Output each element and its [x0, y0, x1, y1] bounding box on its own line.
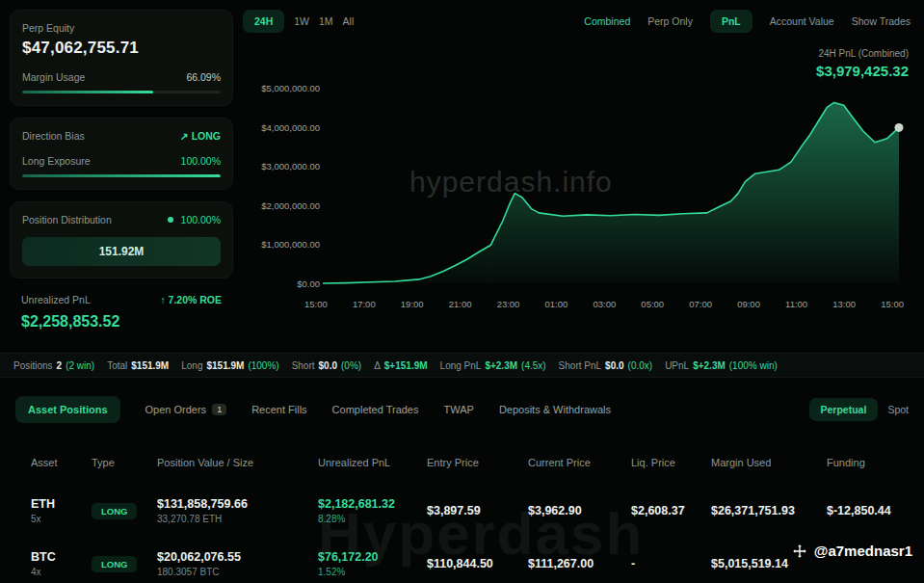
stat-label: Positions — [13, 360, 53, 371]
table-row-btc[interactable]: BTC 4x LONG $20,062,076.55 180.3057 BTC … — [0, 537, 924, 583]
range-24h-button[interactable]: 24H — [243, 10, 284, 33]
current-price: $111,267.00 — [528, 557, 631, 570]
col-type: Type — [92, 457, 157, 468]
positions-table: Asset Type Position Value / Size Unreali… — [0, 441, 924, 583]
position-value: $20,062,076.55 — [157, 550, 318, 564]
unrealized-pnl: $2,182,681.32 — [318, 497, 427, 511]
asset-symbol: ETH — [31, 497, 92, 511]
account-value-button[interactable]: Account Value — [770, 15, 834, 27]
perp-equity-value: $47,062,755.71 — [22, 39, 221, 58]
x-tick: 01:00 — [545, 299, 568, 309]
x-tick: 07:00 — [689, 299, 712, 309]
tab-open-orders[interactable]: Open Orders 1 — [145, 404, 227, 415]
distribution-dot-icon — [168, 217, 173, 223]
unrealized-pnl-label: Unrealized PnL — [21, 294, 91, 305]
table-row-eth[interactable]: ETH 5x LONG $131,858,759.66 33,270.78 ET… — [0, 484, 924, 537]
entry-price: $3,897.59 — [427, 504, 528, 517]
direction-bias-card: Direction Bias ↗ LONG Long Exposure 100.… — [10, 118, 233, 190]
range-1m-button[interactable]: 1M — [319, 15, 333, 27]
stat-label: Total — [107, 360, 127, 371]
x-tick: 19:00 — [401, 299, 424, 309]
stat-label: Short — [292, 360, 315, 371]
tab-twap[interactable]: TWAP — [444, 404, 474, 415]
x-tick: 11:00 — [785, 299, 807, 309]
stat-extra: (100%) — [248, 360, 278, 371]
long-exposure-value: 100.00% — [181, 155, 221, 167]
stat-label: Δ — [374, 360, 381, 371]
range-1w-button[interactable]: 1W — [294, 15, 309, 27]
tab-recent-fills[interactable]: Recent Fills — [251, 404, 306, 415]
tab-asset-positions[interactable]: Asset Positions — [15, 396, 120, 423]
position-type-badge: LONG — [92, 503, 137, 519]
stat-extra: (4.5x) — [521, 360, 546, 371]
stat-value: $+151.9M — [384, 360, 428, 371]
x-tick: 05:00 — [641, 299, 664, 309]
spot-toggle[interactable]: Spot — [887, 404, 909, 415]
y-tick: $4,000,000.00 — [241, 122, 320, 133]
stat-value: $151.9M — [131, 360, 169, 371]
x-tick: 15:00 — [304, 299, 328, 309]
position-type-badge: LONG — [92, 556, 137, 572]
col-current-price: Current Price — [528, 457, 631, 468]
col-funding: Funding — [827, 457, 914, 468]
open-orders-count-badge: 1 — [212, 404, 226, 415]
stat-label: Long — [181, 360, 202, 371]
pnl-area-chart[interactable] — [323, 81, 906, 285]
y-tick: $2,000,000.00 — [241, 200, 320, 211]
y-tick: $1,000,000.00 — [241, 239, 320, 250]
position-size: 180.3057 BTC — [157, 567, 318, 577]
col-position-value: Position Value / Size — [157, 457, 318, 468]
perp-equity-label: Perp Equity — [22, 22, 221, 34]
direction-bias-value: LONG — [192, 130, 221, 142]
stat-value: $0.0 — [605, 360, 623, 371]
asset-leverage: 4x — [31, 567, 92, 577]
combined-button[interactable]: Combined — [584, 15, 630, 27]
unrealized-pnl-pct: 8.28% — [318, 514, 427, 524]
pnl-summary: 24H PnL (Combined) $3,979,425.32 — [816, 48, 909, 79]
unrealized-pnl-block: Unrealized PnL ↑ 7.20% ROE $2,258,853.52 — [10, 290, 233, 331]
y-tick: $3,000,000.00 — [241, 161, 320, 172]
perp-only-button[interactable]: Perp Only — [647, 15, 693, 27]
pnl-view-button[interactable]: PnL — [710, 10, 752, 33]
tab-completed-trades[interactable]: Completed Trades — [332, 404, 419, 415]
margin-usage-label: Margin Usage — [22, 71, 85, 83]
funding: $-12,850.44 — [827, 504, 914, 517]
author-watermark: @a7mednasr1 — [792, 543, 912, 559]
perpetual-toggle[interactable]: Perpetual — [809, 398, 879, 421]
stat-extra: (0.0x) — [628, 360, 653, 371]
position-value: $131,858,759.66 — [157, 497, 318, 511]
stat-extra: (2 win) — [66, 360, 94, 371]
stat-value: $+2.3M — [485, 360, 517, 371]
sidebar: Perp Equity $47,062,755.71 Margin Usage … — [10, 10, 233, 331]
chart-end-marker — [895, 123, 904, 132]
stat-value: $+2.3M — [693, 360, 726, 371]
position-distribution-label: Position Distribution — [22, 214, 112, 225]
stat-label: UPnL — [665, 360, 689, 371]
x-tick: 21:00 — [449, 299, 472, 309]
chart-toolbar: Combined Perp Only PnL Account Value Sho… — [584, 10, 911, 33]
direction-bias-label: Direction Bias — [22, 130, 85, 142]
unrealized-pnl-pct: 1.52% — [318, 567, 427, 577]
unrealized-pnl: $76,172.20 — [318, 550, 427, 564]
position-distribution-value: 100.00% — [181, 214, 221, 225]
author-handle: @a7mednasr1 — [814, 543, 912, 559]
x-tick: 09:00 — [737, 299, 760, 309]
y-tick: $0.00 — [241, 278, 320, 289]
unrealized-pnl-value: $2,258,853.52 — [21, 313, 222, 331]
stat-label: Long PnL — [440, 360, 482, 371]
col-margin-used: Margin Used — [711, 457, 827, 468]
roe-value: ↑ 7.20% ROE — [160, 294, 222, 305]
pnl-summary-label: 24H PnL (Combined) — [816, 48, 909, 59]
asset-leverage: 5x — [31, 514, 92, 524]
col-asset: Asset — [31, 457, 92, 468]
x-tick: 13:00 — [832, 299, 856, 309]
tab-deposits-withdrawals[interactable]: Deposits & Withdrawals — [499, 404, 611, 415]
stat-value: $0.0 — [319, 360, 337, 371]
position-distribution-card: Position Distribution 100.00% 151.92M — [10, 201, 233, 278]
col-entry-price: Entry Price — [427, 457, 528, 468]
show-trades-button[interactable]: Show Trades — [852, 15, 911, 27]
chart-x-axis: 15:00 17:00 19:00 21:00 23:00 01:00 03:0… — [304, 299, 904, 309]
stat-value: $151.9M — [206, 360, 244, 371]
position-size: 33,270.78 ETH — [157, 514, 318, 524]
range-all-button[interactable]: All — [343, 15, 355, 27]
